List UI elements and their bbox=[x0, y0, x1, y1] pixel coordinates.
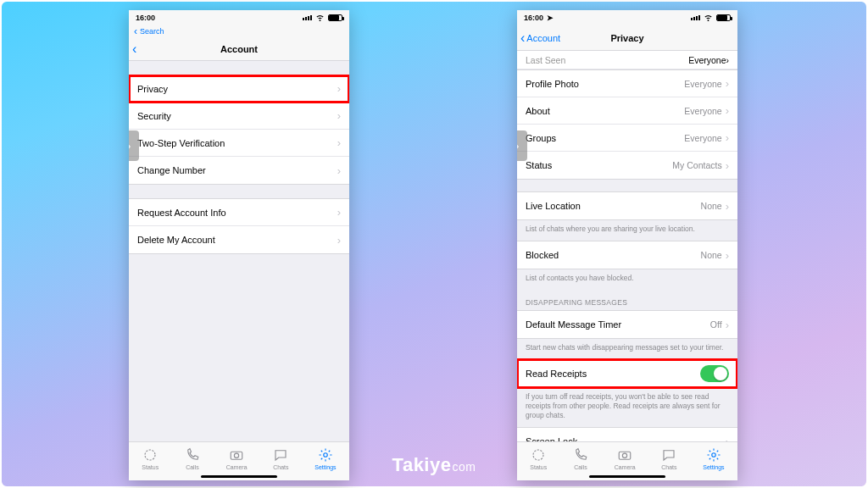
status-bar: 16:00 bbox=[129, 10, 349, 25]
location-icon: ➤ bbox=[547, 14, 554, 22]
row-change-number[interactable]: Change Number › bbox=[129, 157, 349, 184]
svg-point-0 bbox=[145, 450, 155, 460]
row-groups[interactable]: GroupsEveryone› bbox=[517, 125, 737, 152]
battery-icon bbox=[716, 14, 731, 21]
page-title: Account bbox=[129, 44, 349, 54]
read-receipts-footer: If you turn off read receipts, you won't… bbox=[517, 388, 737, 427]
row-last-seen[interactable]: Last Seen Everyone› bbox=[517, 51, 737, 69]
svg-point-2 bbox=[234, 453, 238, 458]
chevron-right-icon: › bbox=[337, 109, 341, 122]
tab-camera[interactable]: Camera bbox=[615, 447, 636, 470]
tab-settings[interactable]: Settings bbox=[703, 447, 724, 470]
home-indicator bbox=[201, 475, 277, 478]
chevron-left-icon: ‹ bbox=[134, 26, 137, 36]
navbar: ‹Account Privacy bbox=[517, 25, 737, 51]
watermark: Takiyecom bbox=[392, 454, 476, 476]
chevron-right-icon: › bbox=[337, 164, 341, 177]
svg-point-3 bbox=[324, 453, 328, 458]
wifi-icon bbox=[704, 13, 713, 24]
row-default-message-timer[interactable]: Default Message TimerOff› bbox=[517, 311, 737, 338]
row-request-account-info[interactable]: Request Account Info › bbox=[129, 199, 349, 226]
live-location-footer: List of chats where you are sharing your… bbox=[517, 220, 737, 241]
row-privacy[interactable]: Privacy › bbox=[129, 75, 349, 103]
wifi-icon bbox=[315, 13, 325, 24]
row-status-privacy[interactable]: StatusMy Contacts› bbox=[517, 152, 737, 179]
tab-chats[interactable]: Chats bbox=[273, 447, 288, 470]
default-timer-footer: Start new chats with disappearing messag… bbox=[517, 339, 737, 359]
cell-signal-icon bbox=[303, 15, 312, 20]
tab-calls[interactable]: Calls bbox=[573, 447, 588, 470]
row-live-location[interactable]: Live LocationNone› bbox=[517, 192, 737, 219]
row-blocked[interactable]: BlockedNone› bbox=[517, 241, 737, 269]
chevron-right-icon: › bbox=[726, 159, 729, 172]
disappearing-header: Disappearing Messages bbox=[517, 290, 737, 310]
account-content: Privacy › Security › Two-Step Verificati… bbox=[129, 61, 349, 441]
chevron-right-icon: › bbox=[726, 104, 729, 117]
breadcrumb-back-search[interactable]: ‹ Search bbox=[129, 25, 349, 37]
svg-point-7 bbox=[712, 453, 716, 458]
cell-signal-icon bbox=[691, 15, 700, 20]
svg-point-4 bbox=[533, 450, 543, 460]
row-two-step-verification[interactable]: Two-Step Verification › bbox=[129, 130, 349, 157]
home-indicator bbox=[589, 475, 665, 478]
chevron-right-icon: › bbox=[337, 136, 341, 149]
chevron-right-icon: › bbox=[337, 82, 341, 95]
tab-settings[interactable]: Settings bbox=[314, 447, 336, 470]
status-time: 16:00 bbox=[524, 14, 543, 22]
page-title: Privacy bbox=[517, 33, 737, 43]
carousel-nub-icon[interactable]: › bbox=[129, 130, 139, 161]
status-bar: 16:00➤ bbox=[517, 10, 737, 25]
phone-privacy-screen: › 16:00➤ ‹Account Privacy Last Seen Ever… bbox=[517, 10, 737, 480]
row-screen-lock[interactable]: Screen Lock› bbox=[517, 428, 737, 441]
chevron-right-icon: › bbox=[337, 206, 341, 219]
blocked-footer: List of contacts you have blocked. bbox=[517, 269, 737, 290]
chevron-right-icon: › bbox=[726, 131, 729, 144]
chevron-right-icon: › bbox=[726, 249, 729, 262]
carousel-nub-icon[interactable]: › bbox=[517, 130, 527, 161]
tab-chats[interactable]: Chats bbox=[661, 447, 676, 470]
privacy-content[interactable]: Last Seen Everyone› Profile PhotoEveryon… bbox=[517, 51, 737, 441]
row-delete-my-account[interactable]: Delete My Account › bbox=[129, 226, 349, 253]
tab-camera[interactable]: Camera bbox=[226, 447, 248, 470]
chevron-right-icon: › bbox=[726, 435, 729, 441]
phone-account-screen: › 16:00 ‹ Search ‹ Account Privacy › bbox=[129, 10, 349, 480]
chevron-right-icon: › bbox=[726, 77, 729, 90]
tab-calls[interactable]: Calls bbox=[185, 447, 200, 470]
navbar: ‹ Account bbox=[129, 37, 349, 61]
tab-status[interactable]: Status bbox=[530, 447, 547, 470]
chevron-right-icon: › bbox=[726, 55, 730, 65]
row-security[interactable]: Security › bbox=[129, 103, 349, 130]
row-read-receipts[interactable]: Read Receipts bbox=[517, 360, 737, 387]
battery-icon bbox=[328, 14, 342, 21]
svg-point-6 bbox=[622, 453, 626, 458]
chevron-right-icon: › bbox=[337, 234, 341, 247]
row-profile-photo[interactable]: Profile PhotoEveryone› bbox=[517, 70, 737, 97]
status-time: 16:00 bbox=[136, 14, 155, 22]
row-about[interactable]: AboutEveryone› bbox=[517, 97, 737, 125]
read-receipts-toggle[interactable] bbox=[700, 365, 729, 382]
tab-status[interactable]: Status bbox=[142, 447, 159, 470]
chevron-right-icon: › bbox=[726, 200, 729, 213]
chevron-right-icon: › bbox=[726, 319, 729, 331]
